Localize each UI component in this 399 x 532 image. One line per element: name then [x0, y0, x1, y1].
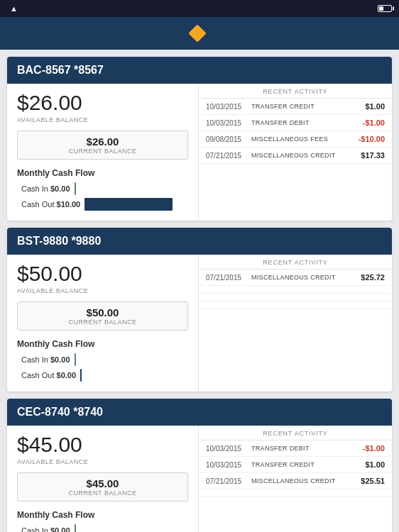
activity-amount-cec-2: $25.51 — [361, 477, 385, 485]
activity-row-bst-1[interactable] — [199, 286, 392, 294]
activity-desc-bac-3: MISCELLANEOUS CREDIT — [251, 152, 361, 159]
activity-desc-bac-2: MISCELLANEOUS FEES — [251, 135, 359, 143]
activity-date-cec-1: 10/03/2015 — [206, 461, 251, 469]
activity-amount-bst-0: $25.72 — [361, 273, 385, 282]
cash-out-bar-bac — [84, 198, 188, 211]
account-card-cec: CEC-8740 *8740$45.00AVAILABLE BALANCE$45… — [7, 399, 392, 532]
activity-row-cec-2[interactable]: 07/21/2015MISCELLANEOUS CREDIT$25.51 — [199, 473, 392, 489]
available-balance-label-cec: AVAILABLE BALANCE — [17, 458, 188, 465]
activity-desc-bac-0: TRANSFER CREDIT — [251, 103, 365, 110]
recent-activity-header-bst: RECENT ACTIVITY — [199, 255, 392, 270]
activity-date-cec-0: 10/03/2015 — [206, 445, 251, 453]
activity-desc-bac-1: TRANSFER DEBIT — [251, 119, 363, 126]
activity-date-bac-3: 07/21/2015 — [206, 152, 251, 160]
right-panel-cec: RECENT ACTIVITY10/03/2015TRANSFER DEBIT-… — [199, 426, 392, 532]
cash-in-row-bst: Cash In $0.00 — [17, 353, 188, 366]
activity-row-cec-3[interactable] — [199, 489, 392, 497]
recent-activity-header-cec: RECENT ACTIVITY — [199, 426, 392, 440]
activity-row-cec-0[interactable]: 10/03/2015TRANSFER DEBIT-$1.00 — [199, 440, 392, 457]
activity-amount-bac-0: $1.00 — [365, 102, 385, 111]
logo-diamond-icon — [188, 24, 206, 42]
activity-amount-cec-1: $1.00 — [365, 460, 385, 469]
activity-row-bac-1[interactable]: 10/03/2015TRANSFER DEBIT-$1.00 — [199, 115, 392, 131]
cash-in-bar-cec — [75, 524, 189, 532]
activity-desc-bst-0: MISCELLANEOUS CREDIT — [251, 274, 361, 281]
activity-amount-bac-2: -$10.00 — [359, 135, 385, 143]
cash-in-bar-bac — [75, 182, 189, 195]
activity-row-cec-1[interactable]: 10/03/2015TRANSFER CREDIT$1.00 — [199, 457, 392, 473]
available-balance-label-bac: AVAILABLE BALANCE — [17, 116, 188, 123]
activity-amount-bac-3: $17.33 — [361, 151, 385, 160]
account-body-bst: $50.00AVAILABLE BALANCE$50.00CURRENT BAL… — [7, 255, 392, 392]
battery-icon — [378, 5, 392, 12]
app-header — [0, 17, 399, 50]
cash-out-label-bst: Cash Out $0.00 — [17, 371, 80, 379]
activity-date-bst-0: 07/21/2015 — [206, 274, 251, 282]
activity-row-bst-0[interactable]: 07/21/2015MISCELLANEOUS CREDIT$25.72 — [199, 270, 392, 286]
wifi-icon: ▲ — [10, 4, 18, 13]
cash-flow-title-bac: Monthly Cash Flow — [17, 168, 188, 178]
cash-in-label-bst: Cash In $0.00 — [17, 355, 75, 364]
activity-date-cec-2: 07/21/2015 — [206, 477, 251, 485]
cash-in-row-bac: Cash In $0.00 — [17, 182, 188, 195]
cash-in-label-cec: Cash In $0.00 — [17, 526, 75, 532]
header-logo — [191, 27, 208, 40]
activity-desc-cec-2: MISCELLANEOUS CREDIT — [251, 477, 361, 484]
activity-row-bac-3[interactable]: 07/21/2015MISCELLANEOUS CREDIT$17.33 — [199, 148, 392, 164]
available-balance-label-bst: AVAILABLE BALANCE — [17, 287, 188, 294]
current-balance-label-cec: CURRENT BALANCE — [25, 489, 180, 497]
left-panel-bst: $50.00AVAILABLE BALANCE$50.00CURRENT BAL… — [7, 255, 199, 392]
current-balance-box-bac: $26.00CURRENT BALANCE — [17, 131, 188, 160]
account-card-bst: BST-9880 *9880$50.00AVAILABLE BALANCE$50… — [7, 228, 392, 392]
account-body-bac: $26.00AVAILABLE BALANCE$26.00CURRENT BAL… — [7, 84, 392, 221]
status-right — [375, 5, 392, 12]
current-balance-box-bst: $50.00CURRENT BALANCE — [17, 301, 188, 331]
activity-desc-cec-0: TRANSFER DEBIT — [251, 445, 363, 452]
recent-activity-header-bac: RECENT ACTIVITY — [199, 84, 392, 99]
status-bar: ▲ — [0, 0, 399, 17]
right-panel-bst: RECENT ACTIVITY07/21/2015MISCELLANEOUS C… — [199, 255, 392, 392]
activity-date-bac-0: 10/03/2015 — [206, 103, 251, 111]
status-left: ▲ — [7, 4, 18, 13]
activity-desc-cec-1: TRANSFER CREDIT — [251, 461, 365, 468]
current-balance-label-bac: CURRENT BALANCE — [25, 148, 180, 155]
cash-out-label-bac: Cash Out $10.00 — [17, 200, 84, 209]
current-balance-amount-bst: $50.00 — [25, 306, 180, 318]
activity-date-bac-2: 09/08/2015 — [206, 135, 251, 143]
cash-in-row-cec: Cash In $0.00 — [17, 524, 188, 532]
current-balance-amount-bac: $26.00 — [25, 135, 180, 148]
current-balance-box-cec: $45.00CURRENT BALANCE — [17, 472, 188, 501]
account-body-cec: $45.00AVAILABLE BALANCE$45.00CURRENT BAL… — [7, 426, 392, 532]
cash-in-label-bac: Cash In $0.00 — [17, 184, 75, 193]
activity-row-bac-0[interactable]: 10/03/2015TRANSFER CREDIT$1.00 — [199, 99, 392, 115]
activity-amount-bac-1: -$1.00 — [363, 118, 385, 127]
cash-out-bar-bst — [80, 369, 188, 382]
account-header-cec[interactable]: CEC-8740 *8740 — [7, 399, 392, 426]
account-header-bst[interactable]: BST-9880 *9880 — [7, 228, 392, 255]
available-balance-amount-cec: $45.00 — [17, 433, 188, 457]
activity-row-bac-2[interactable]: 09/08/2015MISCELLANEOUS FEES-$10.00 — [199, 131, 392, 148]
cash-flow-title-bst: Monthly Cash Flow — [17, 339, 188, 349]
activity-row-bst-2[interactable] — [199, 294, 392, 301]
accounts-list: BAC-8567 *8567$26.00AVAILABLE BALANCE$26… — [0, 50, 399, 532]
available-balance-amount-bst: $50.00 — [17, 262, 188, 286]
cash-in-bar-bst — [75, 353, 189, 366]
right-panel-bac: RECENT ACTIVITY10/03/2015TRANSFER CREDIT… — [199, 84, 392, 221]
account-header-bac[interactable]: BAC-8567 *8567 — [7, 57, 392, 84]
left-panel-bac: $26.00AVAILABLE BALANCE$26.00CURRENT BAL… — [7, 84, 199, 221]
current-balance-label-bst: CURRENT BALANCE — [25, 318, 180, 326]
cash-out-row-bac: Cash Out $10.00 — [17, 198, 188, 211]
activity-amount-cec-0: -$1.00 — [363, 444, 385, 453]
activity-date-bac-1: 10/03/2015 — [206, 119, 251, 127]
available-balance-amount-bac: $26.00 — [17, 91, 188, 115]
cash-flow-title-cec: Monthly Cash Flow — [17, 510, 188, 520]
account-card-bac: BAC-8567 *8567$26.00AVAILABLE BALANCE$26… — [7, 57, 392, 221]
current-balance-amount-cec: $45.00 — [25, 477, 180, 489]
cash-out-row-bst: Cash Out $0.00 — [17, 369, 188, 382]
left-panel-cec: $45.00AVAILABLE BALANCE$45.00CURRENT BAL… — [7, 426, 199, 532]
activity-row-bst-3[interactable] — [199, 301, 392, 309]
